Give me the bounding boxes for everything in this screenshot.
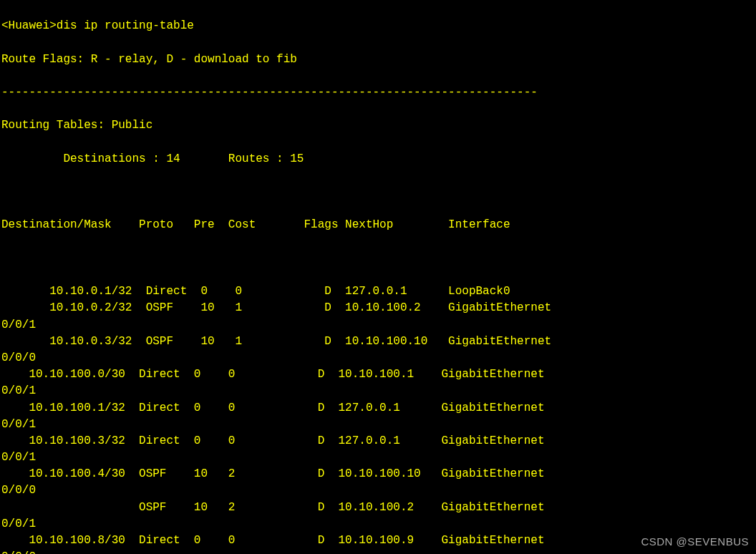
tables-header: Routing Tables: Public: [1, 117, 756, 134]
counts-line: Destinations : 14 Routes : 15: [1, 151, 756, 167]
table-row: OSPF 10 2 D 10.10.100.2 GigabitEthernet: [1, 500, 756, 516]
blank-line: [1, 251, 756, 267]
table-row: 10.10.0.2/32 OSPF 10 1 D 10.10.100.2 Gig…: [1, 300, 756, 316]
terminal-output: <Huawei>dis ip routing-table Route Flags…: [1, 1, 756, 554]
table-row-continuation: 0/0/0: [1, 350, 756, 366]
table-row-continuation: 0/0/1: [1, 317, 756, 334]
table-row-continuation: 0/0/0: [1, 549, 756, 554]
table-row: 10.10.0.1/32 Direct 0 0 D 127.0.0.1 Loop…: [1, 283, 756, 300]
table-row: 10.10.100.3/32 Direct 0 0 D 127.0.0.1 Gi…: [1, 433, 756, 449]
table-row-continuation: 0/0/1: [1, 516, 756, 533]
separator-line: ----------------------------------------…: [1, 84, 756, 101]
table-row: 10.10.100.0/30 Direct 0 0 D 10.10.100.1 …: [1, 366, 756, 383]
prompt-line[interactable]: <Huawei>dis ip routing-table: [1, 18, 756, 34]
prompt: <Huawei>: [1, 19, 57, 32]
flags-description: Route Flags: R - relay, D - download to …: [1, 52, 756, 68]
table-row: 10.10.0.3/32 OSPF 10 1 D 10.10.100.10 Gi…: [1, 334, 756, 350]
table-row: 10.10.100.1/32 Direct 0 0 D 127.0.0.1 Gi…: [1, 400, 756, 417]
command-text: dis ip routing-table: [57, 19, 194, 32]
routing-rows: 10.10.0.1/32 Direct 0 0 D 127.0.0.1 Loop…: [1, 283, 756, 554]
table-row-continuation: 0/0/0: [1, 482, 756, 499]
blank-line: [1, 184, 756, 200]
table-row: 10.10.100.4/30 OSPF 10 2 D 10.10.100.10 …: [1, 466, 756, 482]
table-row-continuation: 0/0/1: [1, 417, 756, 433]
watermark-text: CSDN @SEVENBUS: [641, 534, 749, 550]
table-row-continuation: 0/0/1: [1, 383, 756, 399]
column-headers: Destination/Mask Proto Pre Cost Flags Ne…: [1, 217, 756, 233]
table-row-continuation: 0/0/1: [1, 449, 756, 466]
